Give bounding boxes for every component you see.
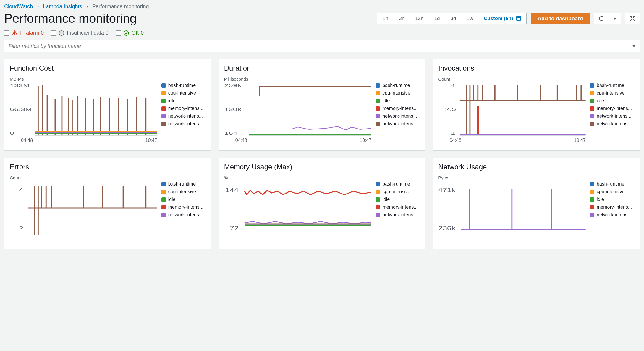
legend-swatch	[161, 114, 166, 118]
breadcrumb-section-link[interactable]: Lambda Insights	[43, 4, 82, 10]
breadcrumb-root-link[interactable]: CloudWatch	[4, 4, 33, 10]
legend-item[interactable]: memory-intens...	[376, 204, 420, 210]
chart-legend: bash-runtimecpu-intensiveidlememory-inte…	[161, 181, 206, 235]
ok-icon	[123, 30, 129, 36]
legend-item[interactable]: idle	[376, 98, 420, 103]
x-tick-end: 10:47	[360, 138, 371, 143]
chart-plot[interactable]: 259k 130k 164	[224, 83, 372, 136]
chart-plot[interactable]: 4 2	[10, 181, 157, 235]
chart-unit: %	[224, 175, 420, 180]
svg-point-1	[14, 34, 15, 35]
refresh-button[interactable]	[594, 13, 609, 24]
legend-item[interactable]: idle	[161, 98, 206, 103]
filter-input[interactable]	[4, 40, 640, 52]
legend-swatch	[590, 91, 594, 95]
legend-swatch	[161, 106, 166, 111]
legend-swatch	[161, 91, 166, 95]
calendar-icon	[516, 16, 521, 21]
legend-item[interactable]: cpu-intensive	[161, 189, 206, 194]
legend-item[interactable]: bash-runtime	[590, 181, 634, 187]
legend-label: idle	[597, 98, 604, 103]
legend-label: network-intens...	[597, 121, 631, 126]
legend-item[interactable]: network-intens...	[590, 212, 634, 217]
legend-item[interactable]: cpu-intensive	[161, 90, 206, 96]
legend-item[interactable]: memory-intens...	[590, 106, 634, 111]
chart-plot[interactable]: 133M 66.3M 0	[10, 83, 157, 136]
warning-icon	[12, 30, 18, 36]
chart-title: Function Cost	[10, 64, 206, 72]
legend-item[interactable]: bash-runtime	[161, 181, 206, 187]
legend-item[interactable]: idle	[590, 98, 634, 103]
time-range-1w[interactable]: 1w	[461, 13, 478, 24]
refresh-options-button[interactable]	[609, 13, 621, 24]
legend-item[interactable]: memory-intens...	[376, 106, 420, 111]
svg-point-6	[124, 31, 129, 35]
legend-item[interactable]: bash-runtime	[590, 83, 634, 88]
time-range-3d[interactable]: 3d	[445, 13, 461, 24]
chart-legend: bash-runtimecpu-intensiveidlememory-inte…	[161, 83, 206, 143]
chevron-right-icon: ›	[37, 4, 39, 10]
legend-item[interactable]: cpu-intensive	[376, 90, 420, 96]
legend-label: cpu-intensive	[382, 90, 410, 96]
legend-swatch	[161, 205, 166, 209]
legend-swatch	[590, 205, 594, 209]
fullscreen-button[interactable]	[625, 13, 640, 24]
time-range-12h[interactable]: 12h	[410, 13, 429, 24]
legend-item[interactable]: idle	[590, 197, 634, 202]
legend-item[interactable]: memory-intens...	[161, 204, 206, 210]
chart-unit: Bytes	[438, 175, 634, 180]
legend-item[interactable]: bash-runtime	[376, 83, 420, 88]
caret-down-icon[interactable]	[632, 45, 636, 47]
svg-text:1: 1	[451, 131, 455, 136]
legend-label: bash-runtime	[382, 83, 410, 88]
legend-item[interactable]: network-intens...	[376, 113, 420, 119]
legend-item[interactable]: memory-intens...	[590, 204, 634, 210]
legend-item[interactable]: bash-runtime	[376, 181, 420, 187]
chart-card-network-usage: Network Usage Bytes 471k 236k b	[433, 158, 640, 249]
legend-item[interactable]: network-intens...	[590, 121, 634, 126]
chart-title: Invocations	[438, 64, 634, 72]
legend-item[interactable]: cpu-intensive	[376, 189, 420, 194]
legend-item[interactable]: memory-intens...	[161, 106, 206, 111]
legend-label: memory-intens...	[168, 204, 203, 210]
legend-item[interactable]: network-intens...	[376, 121, 420, 126]
legend-item[interactable]: cpu-intensive	[590, 90, 634, 96]
legend-swatch	[161, 190, 166, 194]
legend-item[interactable]: network-intens...	[161, 121, 206, 126]
chart-unit: Count	[438, 77, 634, 82]
time-range-3h[interactable]: 3h	[394, 13, 410, 24]
time-range-1d[interactable]: 1d	[429, 13, 445, 24]
chart-plot[interactable]: 471k 236k	[438, 181, 586, 235]
legend-label: network-intens...	[382, 113, 417, 119]
time-range-1h[interactable]: 1h	[377, 13, 394, 24]
chart-unit: Count	[10, 175, 206, 180]
legend-swatch	[590, 99, 594, 103]
svg-text:2.5: 2.5	[445, 107, 456, 112]
chart-plot[interactable]: 4 2.5 1	[438, 83, 586, 136]
legend-item[interactable]: bash-runtime	[161, 83, 206, 88]
legend-item[interactable]: network-intens...	[161, 212, 206, 217]
legend-item[interactable]: idle	[376, 197, 420, 202]
time-range-custom[interactable]: Custom (6h)	[478, 13, 526, 24]
legend-swatch	[161, 182, 166, 186]
chart-plot[interactable]: 144 72	[224, 181, 372, 235]
ok-checkbox[interactable]	[116, 30, 121, 36]
chart-legend: bash-runtimecpu-intensiveidlememory-inte…	[376, 83, 420, 143]
chevron-right-icon: ›	[86, 4, 88, 10]
legend-item[interactable]: network-intens...	[161, 113, 206, 119]
legend-item[interactable]: idle	[161, 197, 206, 202]
legend-swatch	[590, 114, 594, 118]
svg-text:2: 2	[19, 225, 23, 232]
legend-item[interactable]: network-intens...	[376, 212, 420, 217]
legend-swatch	[376, 213, 380, 217]
legend-swatch	[376, 182, 380, 186]
add-to-dashboard-button[interactable]: Add to dashboard	[531, 13, 590, 24]
time-range-selector: 1h 3h 12h 1d 3d 1w Custom (6h)	[377, 13, 527, 24]
legend-item[interactable]: network-intens...	[590, 113, 634, 119]
legend-swatch	[376, 91, 380, 95]
in-alarm-checkbox[interactable]	[4, 30, 9, 36]
insufficient-icon	[59, 30, 64, 36]
legend-item[interactable]: cpu-intensive	[590, 189, 634, 194]
insufficient-checkbox[interactable]	[51, 30, 56, 36]
legend-swatch	[590, 197, 594, 202]
